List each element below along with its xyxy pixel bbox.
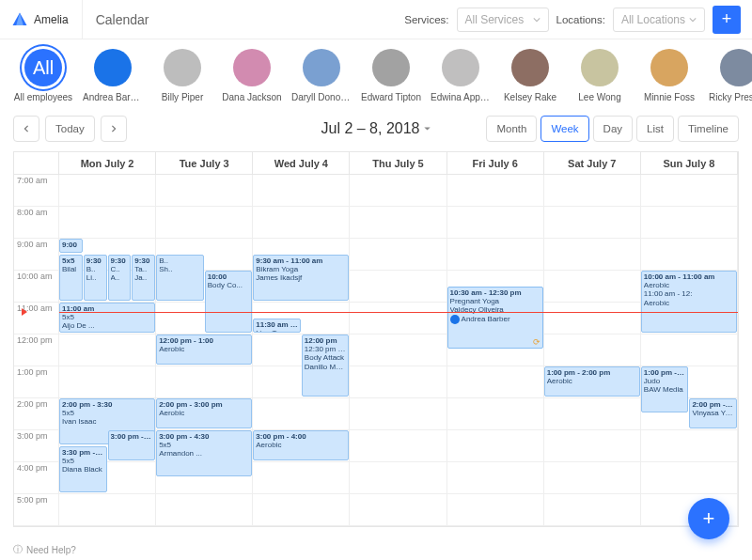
avatar	[164, 49, 201, 86]
avatar	[720, 49, 752, 86]
brand-logo-icon	[11, 11, 28, 28]
event-time: 1:00 pm - 2:00 pm	[547, 368, 637, 377]
avatar	[450, 315, 460, 324]
calendar-event[interactable]: 2:00 pm - 3:00Vinyasa Yoga	[689, 398, 737, 428]
employee-filter-item[interactable]: Edward Tipton	[361, 49, 421, 102]
employee-filter-all[interactable]: AllAll employees	[13, 49, 73, 102]
event-extra: Aerobic	[644, 299, 734, 307]
event-time: 9:30	[134, 257, 152, 265]
calendar-event[interactable]: 1:00 pm - 2:30JudoBAW Media	[641, 366, 689, 412]
day-header: Sat July 7	[544, 152, 641, 174]
avatar	[94, 49, 132, 86]
event-title: 5x5	[62, 313, 152, 321]
calendar-event[interactable]: 12:00 pm - 1:00Aerobic	[156, 334, 252, 365]
event-title: C..	[111, 265, 129, 273]
event-people: A..	[111, 273, 129, 282]
services-value: All Services	[465, 13, 525, 26]
add-button[interactable]: +	[713, 6, 741, 34]
now-indicator-arrow-icon	[22, 308, 27, 316]
event-time: 3:30 pm - 5:00	[62, 448, 104, 457]
employee-filter-item[interactable]: Billy Piper	[152, 49, 212, 102]
event-time: 10:00	[208, 272, 250, 281]
view-button-month[interactable]: Month	[486, 116, 537, 142]
employee-filter-item[interactable]: Dana Jackson	[222, 49, 282, 102]
event-time: 12:00 pm	[305, 336, 347, 345]
event-time: 11:30 am - 1:	[256, 320, 298, 329]
calendar-event[interactable]: 9:30B..Li..	[84, 255, 107, 301]
add-fab-button[interactable]: +	[688, 498, 729, 539]
avatar	[581, 49, 619, 86]
event-time: 9:30 am - 11:00 am	[256, 257, 346, 265]
now-indicator	[59, 312, 738, 313]
day-events	[350, 175, 446, 526]
time-label: 5:00 pm	[14, 494, 58, 526]
event-people: Sh..	[159, 265, 201, 273]
view-button-day[interactable]: Day	[593, 116, 633, 142]
view-button-list[interactable]: List	[636, 116, 674, 142]
event-title: 12:30 pm - 2:	[305, 345, 347, 353]
employee-filter-label: Edwina Applegate	[431, 92, 491, 102]
employee-filter-item[interactable]: Daryll Donovan	[291, 49, 352, 102]
view-button-timeline[interactable]: Timeline	[678, 116, 739, 142]
time-label: 10:00 am	[14, 271, 58, 303]
event-people: BAW Media	[644, 385, 686, 394]
calendar-event[interactable]: 12:00 pm12:30 pm - 2:Body AttackDanillo …	[302, 334, 350, 397]
employee-filter-item[interactable]: Minnie Foss	[639, 49, 699, 102]
event-title: Pregnant Yoga	[450, 297, 540, 305]
event-people: Li..	[86, 273, 104, 282]
event-time: 9:00	[62, 241, 80, 249]
calendar-event[interactable]: 3:00 pm - 4:00	[108, 430, 156, 460]
date-range-picker[interactable]: Jul 2 – 8, 2018	[321, 120, 431, 137]
employee-filter-label: Lee Wong	[570, 92, 630, 102]
event-time: 5x5	[62, 257, 80, 265]
calendar-event[interactable]: 10:00 am - 11:00 amAerobic11:00 am - 12:…	[641, 271, 737, 333]
help-label: Need Help?	[26, 545, 76, 555]
day-events: 9:005x5Bilal9:30B..Li..9:30C..A..9:30Ta.…	[59, 175, 156, 526]
calendar-event[interactable]: 10:00Body Co...	[205, 271, 253, 333]
event-title: Aerobic	[159, 345, 249, 353]
employee-filter-item[interactable]: Edwina Applegate	[431, 49, 491, 102]
employee-filter-item[interactable]: Kelsey Rake	[500, 49, 560, 102]
calendar-event[interactable]: 9:30 am - 11:00 amBikram YogaJames Ikads…	[253, 255, 349, 301]
event-title: Aerobic	[256, 441, 346, 449]
calendar-event[interactable]: 2:00 pm - 3:00 pmAerobic	[156, 398, 252, 428]
employee-filter-item[interactable]: Andrea Barber	[83, 49, 143, 102]
event-time: 9:30	[86, 257, 104, 265]
locations-dropdown[interactable]: All Locations	[613, 8, 705, 32]
event-title: Bikram Yoga	[256, 265, 346, 273]
calendar-event[interactable]: 3:30 pm - 5:005x5Diana Black	[59, 446, 107, 492]
calendar-event[interactable]: 11:30 am - 1:Ling Typ	[253, 319, 301, 333]
view-button-week[interactable]: Week	[540, 116, 588, 142]
time-label: 1:00 pm	[14, 366, 58, 398]
time-label: 9:00 am	[14, 239, 58, 271]
need-help-link[interactable]: ⓘ Need Help?	[13, 543, 76, 556]
calendar-event[interactable]: 11:00 am5x5Aijo De ...	[59, 303, 155, 333]
prev-button[interactable]	[13, 116, 39, 142]
employee-filter-item[interactable]: Lee Wong	[570, 49, 630, 102]
day-header: Tue July 3	[156, 152, 253, 174]
calendar-event[interactable]: B..Sh..	[156, 255, 204, 301]
employee-filter-item[interactable]: Ricky Pressley	[709, 49, 752, 102]
event-title: B..	[159, 257, 201, 265]
calendar-event[interactable]: 3:00 pm - 4:00Aerobic	[253, 430, 349, 460]
calendar-event[interactable]: 9:00	[59, 239, 83, 253]
next-button[interactable]	[101, 116, 127, 142]
calendar-event[interactable]: 10:30 am - 12:30 pmPregnant YogaValdecy …	[447, 287, 543, 349]
event-time: 3:00 pm - 4:30	[159, 432, 249, 441]
calendar-event[interactable]: 9:30C..A..	[108, 255, 132, 301]
employee-filter-label: Andrea Barber	[83, 92, 143, 102]
day-events: 9:30 am - 11:00 amBikram YogaJames Ikads…	[253, 175, 350, 526]
calendar-event[interactable]: 5x5Bilal	[59, 255, 83, 301]
event-time: 2:00 pm - 3:00	[692, 400, 734, 409]
chevron-down-icon	[533, 16, 540, 23]
event-title: B..	[86, 265, 104, 273]
services-dropdown[interactable]: All Services	[457, 8, 549, 32]
calendar-event[interactable]: 3:00 pm - 4:305x5Armandon ...	[156, 430, 252, 476]
today-button[interactable]: Today	[45, 116, 95, 142]
event-title: 5x5	[159, 441, 249, 449]
day-header: Thu July 5	[350, 152, 446, 174]
event-time: 3:00 pm - 4:00	[256, 432, 346, 441]
calendar-event[interactable]: 9:30Ta..Ja..	[132, 255, 155, 301]
calendar-event[interactable]: 1:00 pm - 2:00 pmAerobic	[544, 366, 640, 397]
event-time: 10:30 am - 12:30 pm	[450, 288, 540, 297]
